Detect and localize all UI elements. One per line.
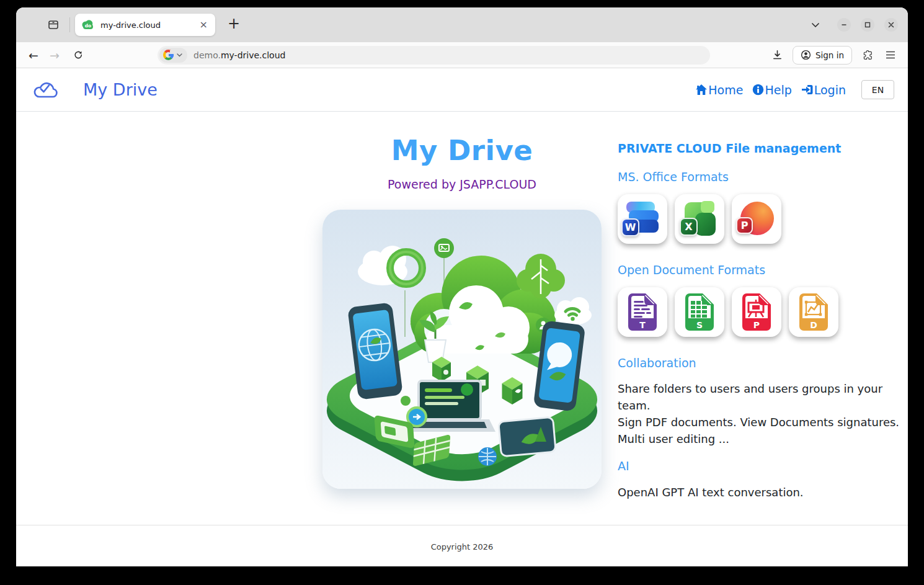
reload-button[interactable]: [68, 46, 88, 65]
back-button[interactable]: ←: [24, 46, 43, 65]
illustration: [322, 210, 602, 489]
firefox-view-icon: [48, 19, 59, 30]
hero-subtitle: Powered by JSAPP.CLOUD: [322, 177, 602, 191]
cloud-check-logo-icon[interactable]: [31, 80, 60, 100]
forward-button[interactable]: →: [45, 46, 64, 65]
chevron-down-icon: [177, 53, 182, 57]
browser-window: do my-drive.cloud × + ← →: [16, 7, 908, 566]
account-icon: [801, 50, 811, 60]
powerpoint-icon: P: [732, 194, 781, 244]
svg-text:do: do: [85, 23, 92, 29]
tab-separator: [69, 17, 70, 32]
svg-text:P: P: [753, 320, 760, 330]
extensions-button[interactable]: [858, 47, 876, 64]
nav-login-label: Login: [814, 83, 846, 97]
features-heading: PRIVATE CLOUD File management: [618, 141, 907, 155]
office-formats-label: MS. Office Formats: [618, 170, 907, 184]
address-bar[interactable]: demo.my-drive.cloud: [158, 46, 710, 65]
site-footer: Copyright 2026: [16, 525, 908, 566]
odg-drawing-file-icon: D: [789, 287, 838, 337]
google-icon: [163, 50, 174, 60]
downloads-button[interactable]: [769, 47, 786, 64]
powerpoint-badge: P: [736, 217, 753, 234]
toolbar-right: Sign in: [769, 46, 899, 65]
reload-icon: [73, 50, 84, 60]
tab-favicon-cloud-icon: do: [81, 20, 95, 30]
ai-text: OpenAI GPT AI text conversation.: [618, 486, 907, 499]
sign-in-label: Sign in: [815, 50, 844, 60]
hero-title: My Drive: [322, 134, 602, 167]
brand-title[interactable]: My Drive: [83, 80, 158, 99]
svg-text:T: T: [639, 320, 646, 330]
new-tab-button[interactable]: +: [224, 16, 244, 33]
window-controls: [837, 18, 898, 32]
url-host: my-drive.cloud: [221, 50, 286, 60]
footer-copyright: Copyright 2026: [431, 542, 494, 566]
sign-in-button[interactable]: Sign in: [793, 46, 852, 65]
cloud-illustration-image: [322, 210, 602, 489]
odf-icon-row: T S: [618, 287, 907, 337]
search-engine-chip[interactable]: [159, 48, 187, 63]
list-tabs-button[interactable]: [811, 22, 820, 28]
url-prefix: demo.: [193, 50, 221, 60]
minimize-icon: [841, 22, 847, 28]
tab-title: my-drive.cloud: [100, 20, 197, 30]
maximize-button[interactable]: [861, 18, 874, 32]
nav-login[interactable]: Login: [801, 83, 846, 97]
odp-presentation-file-icon: P: [732, 287, 781, 337]
hamburger-icon: [886, 51, 895, 59]
svg-text:S: S: [696, 320, 703, 330]
nav-home-label: Home: [708, 83, 743, 97]
minimize-button[interactable]: [837, 18, 851, 32]
features-column: PRIVATE CLOUD File management MS. Office…: [618, 141, 907, 499]
chevron-down-icon: [811, 22, 820, 28]
nav-help[interactable]: Help: [752, 83, 791, 97]
word-badge: W: [621, 218, 639, 236]
site-header: My Drive Home Help: [16, 68, 908, 112]
office-icon-row: W X P: [618, 194, 907, 244]
odf-label: Open Document Formats: [618, 263, 907, 277]
language-select[interactable]: EN: [861, 80, 894, 99]
tab[interactable]: do my-drive.cloud ×: [75, 14, 215, 36]
tab-bar: do my-drive.cloud × +: [16, 7, 908, 42]
nav-home[interactable]: Home: [695, 83, 743, 97]
collaboration-line-1: Share folders to users and users groups …: [618, 380, 907, 414]
svg-text:D: D: [810, 320, 817, 330]
site-nav: Home Help Login EN: [695, 80, 900, 99]
collaboration-text: Share folders to users and users groups …: [618, 380, 907, 447]
odt-text-file-icon: T: [618, 287, 667, 337]
maximize-icon: [864, 22, 871, 28]
info-icon: [752, 84, 764, 96]
home-icon: [695, 84, 708, 96]
collaboration-line-3: Multi user editing ...: [618, 431, 907, 447]
download-icon: [772, 50, 783, 60]
collaboration-line-2: Sign PDF documents. View Documents signa…: [618, 414, 907, 431]
ai-label: AI: [618, 459, 907, 473]
firefox-view-button[interactable]: [43, 15, 63, 35]
ods-spreadsheet-file-icon: S: [675, 287, 724, 337]
navigation-toolbar: ← → demo.my-drive.cloud: [16, 42, 908, 68]
hero: My Drive Powered by JSAPP.CLOUD: [322, 134, 602, 191]
nav-help-label: Help: [765, 83, 791, 97]
login-icon: [801, 84, 814, 96]
tab-close-button[interactable]: ×: [197, 20, 210, 30]
puzzle-icon: [862, 50, 873, 60]
close-icon: [888, 22, 894, 28]
word-icon: W: [618, 194, 667, 244]
main-content: My Drive Powered by JSAPP.CLOUD: [16, 112, 908, 525]
excel-icon: X: [675, 194, 724, 244]
page-body: My Drive Home Help: [16, 68, 908, 566]
excel-badge: X: [680, 218, 698, 236]
url-text: demo.my-drive.cloud: [193, 50, 285, 60]
collaboration-label: Collaboration: [618, 356, 907, 370]
menu-button[interactable]: [882, 47, 899, 64]
close-button[interactable]: [884, 18, 898, 32]
